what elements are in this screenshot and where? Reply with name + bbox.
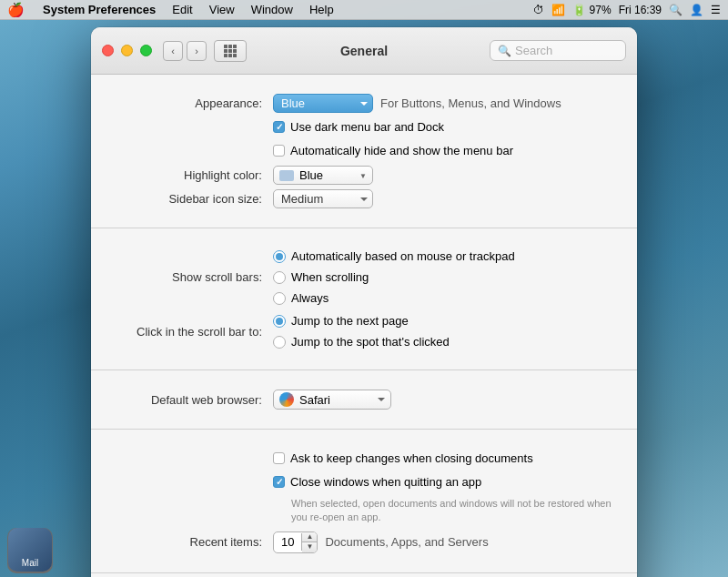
highlight-color-row: Highlight color: Blue ▼ [91, 166, 637, 185]
section-misc: Allow Handoff between this Mac and your … [91, 573, 637, 577]
close-windows-control: Close windows when quitting an app [273, 472, 619, 491]
click-spot-row: Jump to the spot that's clicked [273, 333, 450, 350]
close-windows-checkbox-row: Close windows when quitting an app [273, 472, 481, 491]
scroll-when-radio[interactable] [273, 271, 286, 284]
ask-keep-checkbox-row: Ask to keep changes when closing documen… [273, 449, 533, 468]
sidebar-size-select[interactable]: Medium Small Large [273, 189, 373, 208]
click-spot-label: Jump to the spot that's clicked [291, 335, 450, 349]
auto-hide-checkbox[interactable] [273, 145, 285, 157]
stepper-buttons: ▲ ▼ [302, 532, 317, 552]
titlebar: ‹ › General 🔍 Search [91, 27, 637, 75]
click-spot-radio[interactable] [273, 336, 286, 349]
auto-hide-row: Automatically hide and show the menu bar [91, 141, 637, 160]
highlight-color-value: Blue [299, 168, 323, 182]
default-browser-row: Default web browser: Safari [91, 390, 637, 410]
section-documents: Ask to keep changes when closing documen… [91, 430, 637, 573]
auto-hide-label: Automatically hide and show the menu bar [290, 144, 513, 157]
recent-items-label: Recent items: [109, 535, 273, 549]
scroll-always-label: Always [291, 291, 329, 305]
menubar-window[interactable]: Window [244, 1, 300, 18]
highlight-color-control: Blue ▼ [273, 166, 619, 185]
scroll-auto-radio[interactable] [273, 250, 286, 263]
click-scroll-options: Jump to the next page Jump to the spot t… [273, 312, 619, 350]
section-browser: Default web browser: Safari [91, 370, 637, 430]
click-scroll-label: Click in the scroll bar to: [109, 325, 273, 339]
maximize-button[interactable] [140, 45, 152, 56]
recent-items-value: 10 [274, 533, 302, 551]
sidebar-icon-size-label: Sidebar icon size: [109, 192, 273, 206]
default-browser-label: Default web browser: [109, 393, 273, 407]
ask-keep-control: Ask to keep changes when closing documen… [273, 449, 619, 468]
menubar-time-machine-icon: ⏱ [533, 4, 544, 16]
dark-menu-checkbox[interactable] [273, 121, 285, 133]
menubar-wifi-icon: 📶 [551, 4, 565, 16]
appearance-row: Appearance: Blue For Buttons, Menus, and… [91, 94, 637, 113]
menubar-view[interactable]: View [202, 1, 242, 18]
sidebar-icon-size-row: Sidebar icon size: Medium Small Large [91, 189, 637, 208]
scroll-when-label: When scrolling [291, 270, 369, 284]
appearance-control: Blue For Buttons, Menus, and Windows [273, 94, 619, 113]
show-scroll-row: Show scroll bars: Automatically based on… [91, 248, 637, 307]
click-next-radio[interactable] [273, 315, 286, 328]
search-box[interactable]: 🔍 Search [490, 40, 626, 61]
scroll-auto-label: Automatically based on mouse or trackpad [291, 249, 515, 263]
appearance-desc: For Buttons, Menus, and Windows [380, 96, 561, 110]
back-button[interactable]: ‹ [163, 41, 183, 61]
system-preferences-window: ‹ › General 🔍 Search Appearance: [91, 27, 637, 577]
default-browser-control: Safari [273, 390, 619, 410]
menubar-app-name[interactable]: System Preferences [35, 1, 163, 18]
menubar-help[interactable]: Help [302, 1, 341, 18]
minimize-button[interactable] [121, 45, 133, 56]
click-scroll-row: Click in the scroll bar to: Jump to the … [91, 312, 637, 350]
scroll-always-radio[interactable] [273, 292, 286, 305]
highlight-select-arrow: ▼ [359, 171, 367, 179]
dock-mail-label: Mail [22, 558, 38, 568]
menubar-search-icon[interactable]: 🔍 [669, 4, 682, 16]
show-scroll-label: Show scroll bars: [109, 270, 273, 284]
section-scroll: Show scroll bars: Automatically based on… [91, 228, 637, 370]
traffic-lights [102, 45, 152, 56]
appearance-select-wrapper[interactable]: Blue [273, 94, 373, 113]
highlight-select-wrapper[interactable]: Blue ▼ [273, 166, 373, 185]
dock-mail-item[interactable]: Mail [7, 528, 53, 573]
dark-menu-label: Use dark menu bar and Dock [290, 120, 444, 134]
grid-view-button[interactable] [214, 40, 247, 62]
forward-button[interactable]: › [187, 41, 207, 61]
safari-icon [279, 392, 294, 407]
menubar-control-center-icon[interactable]: ☰ [711, 4, 721, 16]
sidebar-size-select-wrapper[interactable]: Medium Small Large [273, 189, 373, 208]
scroll-always-row: Always [273, 289, 329, 307]
appearance-label: Appearance: [109, 96, 273, 110]
recent-items-desc: Documents, Apps, and Servers [325, 535, 488, 549]
click-next-row: Jump to the next page [273, 312, 409, 329]
menubar-clock: Fri 16:39 [619, 4, 662, 16]
apple-menu-icon[interactable]: 🍎 [7, 2, 25, 18]
appearance-select[interactable]: Blue [273, 94, 373, 113]
grid-icon [224, 45, 237, 57]
search-placeholder[interactable]: Search [515, 44, 552, 57]
ask-keep-label: Ask to keep changes when closing documen… [290, 451, 533, 465]
sidebar-icon-size-control: Medium Small Large [273, 189, 619, 208]
stepper-down[interactable]: ▼ [302, 542, 317, 552]
menubar-right: ⏱ 📶 🔋 97% Fri 16:39 🔍 👤 ☰ [533, 4, 721, 16]
ask-keep-checkbox[interactable] [273, 452, 285, 464]
ask-keep-row: Ask to keep changes when closing documen… [91, 449, 637, 468]
menubar-edit[interactable]: Edit [165, 1, 199, 18]
highlight-color-swatch [279, 170, 294, 181]
scroll-when-row: When scrolling [273, 268, 369, 286]
click-next-label: Jump to the next page [291, 314, 409, 328]
close-button[interactable] [102, 45, 114, 56]
auto-hide-control: Automatically hide and show the menu bar [273, 141, 619, 160]
window-title: General [340, 44, 388, 58]
stepper-up[interactable]: ▲ [302, 532, 317, 542]
scroll-auto-row: Automatically based on mouse or trackpad [273, 248, 515, 265]
recent-items-stepper[interactable]: 10 ▲ ▼ [273, 531, 318, 553]
nav-buttons: ‹ › [163, 41, 207, 61]
menubar-user-icon[interactable]: 👤 [690, 4, 703, 16]
close-windows-checkbox[interactable] [273, 476, 285, 488]
dock-mail-icon: Mail [8, 528, 52, 572]
close-windows-label: Close windows when quitting an app [290, 475, 481, 489]
browser-select-wrapper[interactable]: Safari [273, 390, 391, 410]
dark-menu-checkbox-row: Use dark menu bar and Dock [273, 117, 444, 137]
recent-items-control: 10 ▲ ▼ Documents, Apps, and Servers [273, 531, 619, 553]
